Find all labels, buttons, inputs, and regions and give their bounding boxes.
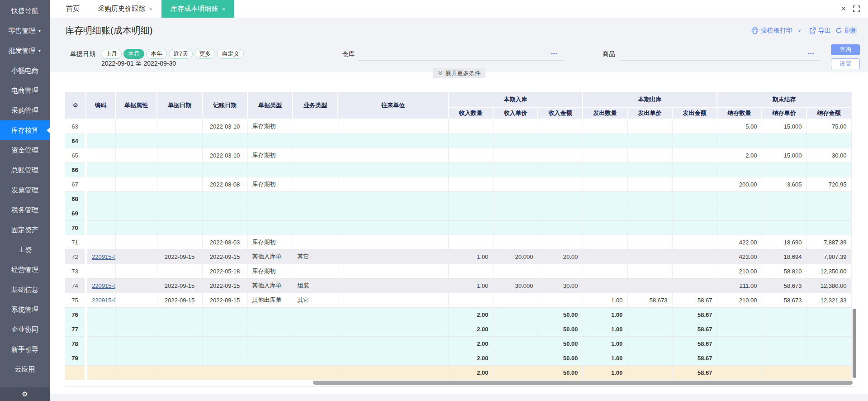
- column-header-发出金额[interactable]: 发出金额: [672, 107, 717, 119]
- column-header-收入数量[interactable]: 收入数量: [448, 107, 493, 119]
- sidebar-settings-button[interactable]: ⚙: [0, 387, 50, 401]
- table-row[interactable]: 792.0050.001.0058.67: [65, 351, 851, 365]
- product-input[interactable]: [621, 50, 821, 61]
- table-row[interactable]: 672022-08-08库存期初200.003.605720.95: [65, 177, 851, 191]
- cell-bizType: [293, 336, 338, 351]
- tab-close-icon[interactable]: ×: [222, 5, 225, 13]
- table-row[interactable]: 652022-03-10库存期初2.0015.00030.00: [65, 148, 851, 162]
- column-header-收入单价[interactable]: 收入单价: [493, 107, 538, 119]
- warehouse-input[interactable]: [358, 50, 564, 61]
- table-row[interactable]: 2.0050.001.0058.67: [65, 365, 851, 380]
- tab-采购历史价跟踪[interactable]: 采购历史价跟踪×: [89, 0, 161, 18]
- table-row[interactable]: 632022-03-10库存期初5.0015.00075.00: [65, 119, 851, 134]
- date-option-上月[interactable]: 上月: [101, 49, 122, 59]
- cell-outQty: 1.00: [583, 293, 627, 307]
- sidebar-item-零售管理[interactable]: 零售管理▼: [0, 21, 50, 41]
- date-range-value[interactable]: 2022-09-01 至 2022-09-30: [101, 60, 176, 68]
- sidebar-item-采购管理[interactable]: 采购管理: [0, 100, 50, 120]
- fullscreen-icon[interactable]: [853, 5, 860, 12]
- column-header-往来单位[interactable]: 往来单位: [338, 92, 448, 119]
- print-by-template-button[interactable]: 按模板打印: [751, 27, 792, 35]
- cell-outPrice: [627, 148, 672, 162]
- document-code-link[interactable]: 220915-0: [92, 253, 115, 260]
- document-code-link[interactable]: 220915-0: [92, 297, 115, 304]
- sidebar-item-税务管理[interactable]: 税务管理: [0, 200, 50, 220]
- table-row[interactable]: 72220915-02022-09-152022-09-15其他入库单其它1.0…: [65, 249, 851, 264]
- close-icon[interactable]: ×: [841, 4, 846, 14]
- sidebar-item-固定资产[interactable]: 固定资产: [0, 220, 50, 240]
- column-header-单据类型[interactable]: 单据类型: [247, 92, 293, 119]
- cell-partner: [338, 191, 448, 206]
- column-header-单据日期[interactable]: 单据日期: [157, 92, 202, 119]
- tab-库存成本明细账[interactable]: 库存成本明细账×: [161, 0, 234, 18]
- sidebar-item-电商管理[interactable]: 电商管理: [0, 81, 50, 100]
- sidebar-item-发票管理[interactable]: 发票管理: [0, 180, 50, 200]
- horizontal-scrollbar-thumb[interactable]: [313, 381, 853, 385]
- cell-attr: [115, 162, 157, 177]
- column-settings-gear-icon[interactable]: ⚙: [65, 92, 86, 119]
- column-header-编码[interactable]: 编码: [86, 92, 115, 119]
- table-row[interactable]: 732022-05-18库存期初210.0058.81012,350.00: [65, 264, 851, 278]
- date-option-本年[interactable]: 本年: [146, 49, 167, 59]
- table-row[interactable]: 66: [65, 162, 851, 177]
- sidebar-nav: 快捷导航零售管理▼批发管理▼小畅电商电商管理采购管理库存核算资金管理总账管理发票…: [0, 0, 50, 387]
- table-row[interactable]: 772.0050.001.0058.67: [65, 322, 851, 336]
- date-option-自定义[interactable]: 自定义: [217, 49, 244, 59]
- table-row[interactable]: 64: [65, 134, 851, 148]
- refresh-button[interactable]: 刷新: [835, 27, 857, 35]
- sidebar-item-基础信息[interactable]: 基础信息: [0, 280, 50, 300]
- expand-more-filters-button[interactable]: 展开更多条件: [433, 68, 485, 78]
- cell-balPrice: [762, 307, 806, 322]
- sidebar-item-系统管理[interactable]: 系统管理: [0, 300, 50, 320]
- date-option-近7天[interactable]: 近7天: [169, 49, 193, 59]
- column-header-结存数量[interactable]: 结存数量: [717, 107, 762, 119]
- sidebar-item-批发管理[interactable]: 批发管理▼: [0, 41, 50, 61]
- column-header-单据属性[interactable]: 单据属性: [115, 92, 157, 119]
- sidebar-item-label: 零售管理: [9, 27, 36, 35]
- tab-首页[interactable]: 首页: [57, 0, 89, 18]
- sidebar-item-小畅电商[interactable]: 小畅电商: [0, 61, 50, 81]
- cell-outPrice: [627, 206, 672, 220]
- table-row[interactable]: 712022-08-03库存期初422.0018.6907,887.39: [65, 235, 851, 249]
- sidebar-item-资金管理[interactable]: 资金管理: [0, 140, 50, 160]
- date-option-更多[interactable]: 更多: [194, 49, 215, 59]
- table-row[interactable]: 762.0050.001.0058.67: [65, 307, 851, 322]
- table-row[interactable]: 69: [65, 206, 851, 220]
- table-row[interactable]: 782.0050.001.0058.67: [65, 336, 851, 351]
- sidebar-item-经营管理[interactable]: 经营管理: [0, 260, 50, 280]
- warehouse-picker-ellipsis-icon[interactable]: •••: [551, 51, 558, 56]
- tab-close-icon[interactable]: ×: [149, 5, 152, 13]
- search-button[interactable]: 查询: [831, 44, 860, 55]
- cell-bookDate: 2022-08-03: [202, 235, 247, 249]
- table-row[interactable]: 74220915-02022-09-152022-09-15其他入库单组装1.0…: [65, 278, 851, 293]
- date-option-本月[interactable]: 本月: [123, 49, 144, 59]
- cell-outPrice: [627, 336, 672, 351]
- table-row[interactable]: 68: [65, 191, 851, 206]
- sidebar-item-企业协同[interactable]: 企业协同: [0, 320, 50, 339]
- column-header-业务类型[interactable]: 业务类型: [293, 92, 338, 119]
- table-row[interactable]: 75220915-02022-09-152022-09-15其他出库单其它1.0…: [65, 293, 851, 307]
- column-header-收入金额[interactable]: 收入金额: [538, 107, 583, 119]
- sidebar-item-云应用[interactable]: 云应用: [0, 359, 50, 379]
- table-row[interactable]: 70: [65, 220, 851, 235]
- cell-inPrice: [493, 119, 538, 134]
- group-header-本期入库: 本期入库: [448, 92, 583, 107]
- document-code-link[interactable]: 220915-0: [92, 282, 115, 289]
- vertical-scrollbar-thumb[interactable]: [853, 309, 856, 378]
- sidebar-item-总账管理[interactable]: 总账管理: [0, 160, 50, 180]
- cell-num: 79: [65, 351, 86, 365]
- sidebar-item-工资[interactable]: 工资: [0, 240, 50, 260]
- export-button[interactable]: 导出: [809, 27, 831, 35]
- sidebar-item-库存核算[interactable]: 库存核算: [0, 120, 50, 140]
- column-header-发出数量[interactable]: 发出数量: [583, 107, 627, 119]
- column-header-发出单价[interactable]: 发出单价: [627, 107, 672, 119]
- app-window: 快捷导航零售管理▼批发管理▼小畅电商电商管理采购管理库存核算资金管理总账管理发票…: [0, 0, 868, 401]
- column-header-结存金额[interactable]: 结存金额: [806, 107, 851, 119]
- sidebar-item-快捷导航[interactable]: 快捷导航: [0, 1, 50, 21]
- sidebar-item-新手引导[interactable]: 新手引导: [0, 339, 50, 359]
- chevron-down-icon[interactable]: ∨: [798, 28, 801, 33]
- column-header-记账日期[interactable]: 记账日期: [202, 92, 247, 119]
- column-header-结存单价[interactable]: 结存单价: [762, 107, 806, 119]
- product-picker-ellipsis-icon[interactable]: •••: [808, 51, 815, 56]
- settings-button[interactable]: 设置: [831, 58, 860, 69]
